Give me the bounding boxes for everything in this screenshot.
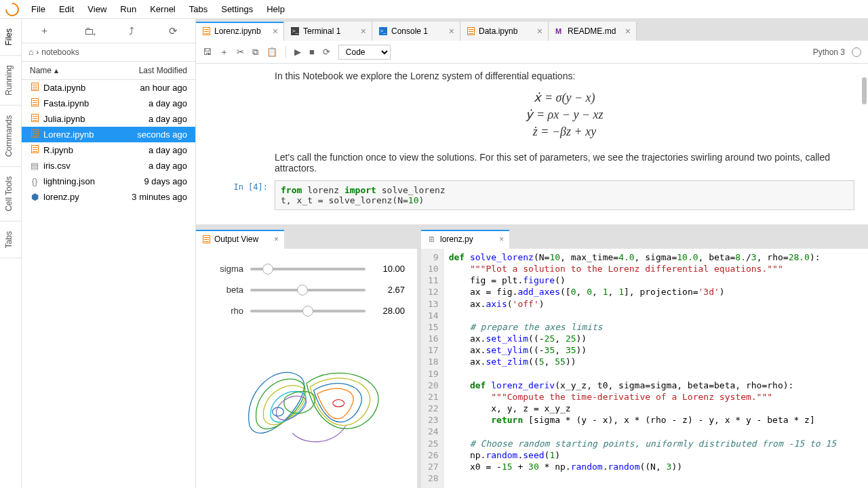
file-row[interactable]: ⬢lorenz.py3 minutes ago — [22, 189, 195, 205]
sidebar-tab-cell-tools[interactable]: Cell Tools — [0, 167, 21, 222]
file-modified: a day ago — [149, 114, 187, 124]
file-modified: seconds ago — [137, 129, 187, 140]
restart-icon[interactable]: ⟳ — [323, 47, 330, 57]
menu-tabs[interactable]: Tabs — [182, 1, 214, 17]
file-name: Fasta.ipynb — [43, 98, 89, 108]
file-row[interactable]: ▤iris.csva day ago — [22, 158, 195, 174]
scrollbar-thumb[interactable] — [862, 77, 867, 104]
dock-tab-bar: Lorenz.ipynb×Terminal 1×Console 1×Data.i… — [196, 19, 868, 41]
terminal-icon — [291, 27, 299, 35]
file-row[interactable]: Julia.ipynba day ago — [22, 111, 195, 127]
notebook-icon — [203, 27, 210, 35]
filebrowser-header-modified[interactable]: Last Modified — [139, 66, 187, 75]
slider-label: rho — [208, 306, 243, 316]
file-browser: ＋ 🗀+ ⤴ ⟳ ⌂ › notebooks Name ▴ Last Modif… — [22, 19, 196, 488]
cell-type-select[interactable]: Code — [338, 45, 391, 60]
markdown-text: Let's call the function once to view the… — [275, 152, 854, 174]
tab-console-1[interactable]: Console 1× — [372, 22, 460, 41]
file-icon: ▤ — [30, 161, 39, 171]
save-icon[interactable]: 🖫 — [203, 47, 212, 57]
close-icon[interactable]: × — [625, 26, 631, 37]
home-icon[interactable]: ⌂ — [28, 47, 33, 57]
tab-data-ipynb[interactable]: Data.ipynb× — [460, 22, 549, 41]
file-name: Lorenz.ipynb — [43, 129, 94, 140]
menu-view[interactable]: View — [81, 1, 113, 17]
close-icon[interactable]: × — [537, 26, 542, 37]
tab-lorenz-ipynb[interactable]: Lorenz.ipynb× — [196, 22, 284, 41]
file-row[interactable]: Fasta.ipynba day ago — [22, 96, 195, 111]
slider-value: 2.67 — [372, 285, 405, 295]
file-row[interactable]: {}lightning.json9 days ago — [22, 174, 195, 189]
slider-label: beta — [208, 285, 243, 295]
slider-beta[interactable] — [250, 289, 366, 291]
sidebar-tab-files[interactable]: Files — [0, 19, 21, 56]
file-icon: 🗎 — [428, 235, 436, 244]
lorenz-attractor-plot — [196, 333, 417, 476]
new-launcher-icon[interactable]: ＋ — [39, 24, 50, 37]
menu-help[interactable]: Help — [260, 1, 292, 17]
file-name: lightning.json — [43, 176, 95, 186]
menu-settings[interactable]: Settings — [214, 1, 260, 17]
markdown-text: In this Notebook we explore the Lorenz s… — [275, 70, 854, 81]
kernel-name[interactable]: Python 3 — [813, 47, 845, 57]
sidebar-tab-commands[interactable]: Commands — [0, 106, 21, 167]
file-modified: a day ago — [149, 98, 187, 108]
tab-readme-md[interactable]: README.md× — [549, 22, 637, 41]
breadcrumb[interactable]: ⌂ › notebooks — [22, 43, 195, 61]
menu-kernel[interactable]: Kernel — [143, 1, 182, 17]
file-name: R.ipynb — [43, 145, 73, 155]
tab-terminal-1[interactable]: Terminal 1× — [284, 22, 372, 41]
upload-icon[interactable]: ⤴ — [129, 25, 134, 37]
run-icon[interactable]: ▶ — [294, 47, 301, 57]
file-modified: a day ago — [149, 145, 187, 155]
copy-icon[interactable]: ⧉ — [252, 47, 258, 58]
console-icon — [379, 27, 387, 35]
cut-icon[interactable]: ✂ — [237, 47, 244, 57]
kernel-status-icon — [852, 47, 861, 57]
menu-run[interactable]: Run — [113, 1, 143, 17]
markdown-icon — [555, 27, 564, 35]
insert-cell-icon[interactable]: ＋ — [220, 46, 229, 58]
file-name: lorenz.py — [43, 192, 79, 202]
tab-label: README.md — [568, 26, 616, 36]
file-icon — [30, 83, 39, 93]
equation-block: ẋ = σ(y − x) ẏ = ρx − y − xz ż = −βz + x… — [275, 89, 854, 141]
jupyter-logo-icon — [3, 0, 22, 19]
slider-sigma[interactable] — [250, 268, 366, 270]
stop-icon[interactable]: ■ — [309, 47, 315, 57]
file-icon: {} — [30, 176, 39, 186]
sort-arrow-icon: ▴ — [54, 66, 58, 75]
notebook-toolbar: 🖫 ＋ ✂ ⧉ 📋 ▶ ■ ⟳ Code Python 3 — [196, 41, 868, 64]
notebook-icon — [203, 235, 210, 243]
notebook-panel[interactable]: In this Notebook we explore the Lorenz s… — [196, 64, 868, 228]
file-row[interactable]: Lorenz.ipynbseconds ago — [22, 127, 195, 142]
file-modified: a day ago — [149, 161, 187, 171]
file-row[interactable]: Data.ipynban hour ago — [22, 80, 195, 96]
close-icon[interactable]: × — [361, 26, 366, 37]
file-modified: an hour ago — [140, 83, 187, 93]
file-icon — [30, 114, 39, 124]
close-icon[interactable]: × — [273, 26, 278, 37]
new-folder-icon[interactable]: 🗀+ — [84, 25, 94, 37]
file-name: iris.csv — [43, 161, 71, 171]
close-icon[interactable]: × — [499, 235, 504, 244]
file-name: Julia.ipynb — [43, 114, 85, 124]
file-row[interactable]: R.ipynba day ago — [22, 142, 195, 158]
sidebar-tab-tabs[interactable]: Tabs — [0, 222, 21, 258]
sidebar-tab-running[interactable]: Running — [0, 56, 21, 106]
text-editor[interactable]: 910111213141516171819202122232425262728 … — [421, 249, 868, 488]
slider-rho[interactable] — [250, 310, 366, 312]
filebrowser-header-name[interactable]: Name — [30, 66, 52, 75]
menu-edit[interactable]: Edit — [52, 1, 81, 17]
paste-icon[interactable]: 📋 — [267, 47, 277, 57]
refresh-icon[interactable]: ⟳ — [169, 25, 178, 37]
close-icon[interactable]: × — [274, 235, 279, 244]
tab-output-view[interactable]: Output View× — [196, 230, 284, 249]
cell-prompt: In [4]: — [210, 180, 268, 210]
code-cell[interactable]: from lorenz import solve_lorenz t, x_t =… — [275, 180, 854, 210]
tab-lorenz-py[interactable]: 🗎lorenz.py× — [421, 230, 509, 249]
file-modified: 9 days ago — [144, 176, 187, 186]
close-icon[interactable]: × — [449, 26, 454, 37]
svg-point-0 — [273, 407, 284, 416]
menu-file[interactable]: File — [24, 1, 52, 17]
